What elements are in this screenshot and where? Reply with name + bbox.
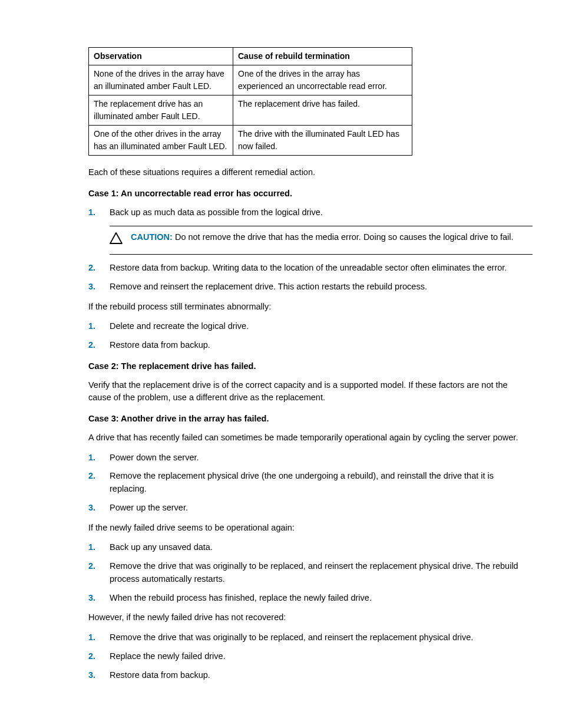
- list-item: 1.Remove the drive that was originally t…: [88, 631, 533, 644]
- case2-text: Verify that the replacement drive is of …: [88, 379, 533, 405]
- step-number: 1.: [88, 320, 95, 333]
- case1-steps: 1.Back up as much data as possible from …: [88, 206, 533, 219]
- step-text: Restore data from backup.: [110, 340, 210, 350]
- caution-box: CAUTION: Do not remove the drive that ha…: [110, 226, 533, 255]
- caution-body: Do not remove the drive that has the med…: [175, 232, 514, 242]
- list-item: 1.Back up as much data as possible from …: [88, 206, 533, 219]
- cell-obs-1: The replacement drive has an illuminated…: [89, 95, 233, 126]
- case1-if-text: If the rebuild process still terminates …: [88, 301, 533, 314]
- list-item: 2.Restore data from backup.: [88, 339, 533, 352]
- cell-cause-2: The drive with the illuminated Fault LED…: [233, 126, 412, 156]
- step-number: 1.: [88, 631, 95, 644]
- step-text: Replace the newly failed drive.: [110, 651, 226, 661]
- case3-however-steps: 1.Remove the drive that was originally t…: [88, 631, 533, 681]
- caution-icon: [110, 232, 123, 248]
- step-text: Restore data from backup. Writing data t…: [110, 263, 507, 272]
- step-number: 1.: [88, 206, 95, 219]
- step-number: 3.: [88, 592, 95, 605]
- step-number: 2.: [88, 560, 95, 573]
- step-text: Power up the server.: [110, 503, 188, 512]
- caution-content: CAUTION: Do not remove the drive that ha…: [131, 231, 533, 244]
- step-number: 3.: [88, 281, 95, 294]
- case2-title: Case 2: The replacement drive has failed…: [88, 360, 533, 373]
- case3-title: Case 3: Another drive in the array has f…: [88, 413, 533, 426]
- list-item: 2.Remove the drive that was originally t…: [88, 560, 533, 586]
- table-row: One of the other drives in the array has…: [89, 126, 412, 156]
- step-number: 2.: [88, 650, 95, 663]
- cell-obs-0: None of the drives in the array have an …: [89, 65, 233, 95]
- step-text: Remove the drive that was originally to …: [110, 633, 473, 642]
- th-cause: Cause of rebuild termination: [233, 48, 412, 65]
- caution-label: CAUTION:: [131, 232, 173, 242]
- case3-if-steps: 1.Back up any unsaved data. 2.Remove the…: [88, 541, 533, 604]
- step-number: 2.: [88, 262, 95, 275]
- step-text: Delete and recreate the logical drive.: [110, 321, 249, 331]
- step-text: Back up as much data as possible from th…: [110, 207, 323, 217]
- list-item: 3.Restore data from backup.: [88, 669, 533, 682]
- step-number: 2.: [88, 339, 95, 352]
- step-text: Remove and reinsert the replacement driv…: [110, 282, 427, 291]
- cell-cause-1: The replacement drive has failed.: [233, 95, 412, 126]
- list-item: 2.Restore data from backup. Writing data…: [88, 262, 533, 275]
- cell-obs-2: One of the other drives in the array has…: [89, 126, 233, 156]
- table-row: None of the drives in the array have an …: [89, 65, 412, 95]
- step-text: Power down the server.: [110, 453, 199, 462]
- step-text: When the rebuild process has finished, r…: [110, 593, 372, 602]
- step-number: 1.: [88, 452, 95, 465]
- termination-table: Observation Cause of rebuild termination…: [88, 47, 412, 156]
- list-item: 1.Power down the server.: [88, 452, 533, 465]
- step-number: 3.: [88, 669, 95, 682]
- cell-cause-0: One of the drives in the array has exper…: [233, 65, 412, 95]
- step-text: Remove the drive that was originally to …: [110, 561, 518, 584]
- table-row: The replacement drive has an illuminated…: [89, 95, 412, 126]
- step-number: 1.: [88, 541, 95, 554]
- list-item: 3.Remove and reinsert the replacement dr…: [88, 281, 533, 294]
- list-item: 1.Back up any unsaved data.: [88, 541, 533, 554]
- list-item: 3.Power up the server.: [88, 502, 533, 515]
- step-text: Restore data from backup.: [110, 670, 210, 680]
- case1-title: Case 1: An uncorrectable read error has …: [88, 187, 533, 200]
- step-number: 3.: [88, 502, 95, 515]
- case3-steps: 1.Power down the server. 2.Remove the re…: [88, 452, 533, 515]
- list-item: 2.Replace the newly failed drive.: [88, 650, 533, 663]
- step-text: Remove the replacement physical drive (t…: [110, 471, 494, 493]
- table-header-row: Observation Cause of rebuild termination: [89, 48, 412, 65]
- list-item: 1.Delete and recreate the logical drive.: [88, 320, 533, 333]
- case3-however-text: However, if the newly failed drive has n…: [88, 611, 533, 624]
- th-observation: Observation: [89, 48, 233, 65]
- case1-steps-cont: 2.Restore data from backup. Writing data…: [88, 262, 533, 294]
- case1-if-steps: 1.Delete and recreate the logical drive.…: [88, 320, 533, 352]
- list-item: 2.Remove the replacement physical drive …: [88, 470, 533, 496]
- case3-if-text: If the newly failed drive seems to be op…: [88, 522, 533, 535]
- step-text: Back up any unsaved data.: [110, 542, 213, 552]
- case3-text: A drive that has recently failed can som…: [88, 431, 533, 444]
- list-item: 3.When the rebuild process has finished,…: [88, 592, 533, 605]
- step-number: 2.: [88, 470, 95, 483]
- intro-text: Each of these situations requires a diff…: [88, 166, 533, 179]
